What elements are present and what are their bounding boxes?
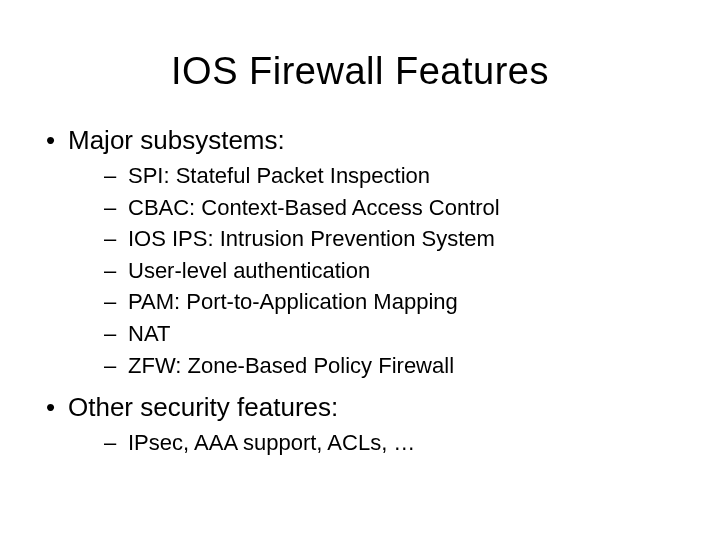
sub-bullet-text: NAT bbox=[128, 321, 170, 346]
sub-bullet-text: User-level authentication bbox=[128, 258, 370, 283]
sub-bullet-item: NAT bbox=[68, 320, 680, 349]
bullet-text: Major subsystems: bbox=[68, 125, 285, 155]
sub-bullet-item: User-level authentication bbox=[68, 257, 680, 286]
sub-bullet-text: CBAC: Context-Based Access Control bbox=[128, 195, 500, 220]
bullet-list: Major subsystems: SPI: Stateful Packet I… bbox=[40, 123, 680, 458]
sub-bullet-text: PAM: Port-to-Application Mapping bbox=[128, 289, 458, 314]
sub-bullet-item: SPI: Stateful Packet Inspection bbox=[68, 162, 680, 191]
sub-bullet-item: IPsec, AAA support, ACLs, … bbox=[68, 429, 680, 458]
sub-bullet-item: ZFW: Zone-Based Policy Firewall bbox=[68, 352, 680, 381]
sub-bullet-item: IOS IPS: Intrusion Prevention System bbox=[68, 225, 680, 254]
bullet-item: Major subsystems: SPI: Stateful Packet I… bbox=[40, 123, 680, 380]
bullet-text: Other security features: bbox=[68, 392, 338, 422]
sub-bullet-text: ZFW: Zone-Based Policy Firewall bbox=[128, 353, 454, 378]
sub-bullet-item: PAM: Port-to-Application Mapping bbox=[68, 288, 680, 317]
sub-bullet-text: IPsec, AAA support, ACLs, … bbox=[128, 430, 415, 455]
slide-body: Major subsystems: SPI: Stateful Packet I… bbox=[40, 123, 680, 458]
sub-bullet-text: IOS IPS: Intrusion Prevention System bbox=[128, 226, 495, 251]
sub-bullet-text: SPI: Stateful Packet Inspection bbox=[128, 163, 430, 188]
sub-bullet-item: CBAC: Context-Based Access Control bbox=[68, 194, 680, 223]
slide-title: IOS Firewall Features bbox=[0, 50, 720, 93]
sub-bullet-list: IPsec, AAA support, ACLs, … bbox=[68, 429, 680, 458]
bullet-item: Other security features: IPsec, AAA supp… bbox=[40, 390, 680, 458]
sub-bullet-list: SPI: Stateful Packet Inspection CBAC: Co… bbox=[68, 162, 680, 380]
slide: IOS Firewall Features Major subsystems: … bbox=[0, 50, 720, 540]
